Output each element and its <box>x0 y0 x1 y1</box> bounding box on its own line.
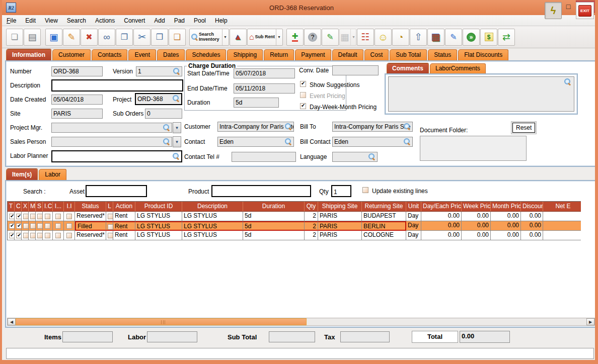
smiley-button[interactable]: ☺ <box>375 29 392 46</box>
menu-view[interactable]: View <box>40 16 62 25</box>
cell-lcheck[interactable] <box>106 231 113 240</box>
save-button[interactable]: ▣ <box>45 29 62 46</box>
cell-unit[interactable]: Day <box>406 212 421 221</box>
menu-add[interactable]: Add <box>150 16 169 25</box>
transfer-document-button[interactable]: ❐ <box>116 29 133 46</box>
cell-day-each-price[interactable]: 0.00 <box>421 212 462 221</box>
cell-status[interactable]: Filled <box>75 221 106 231</box>
cell-product-id[interactable]: LG STYLUS <box>135 221 182 231</box>
menu-pad[interactable]: Pad <box>170 16 189 25</box>
cell-description[interactable]: LG STYLUS <box>182 212 243 221</box>
row-checkbox-i[interactable] <box>53 221 64 231</box>
row-checkbox-x[interactable] <box>22 231 29 240</box>
row-checkbox-i[interactable] <box>53 231 64 240</box>
cell-day-each-price[interactable]: 0.00 <box>421 231 462 240</box>
asset-input[interactable] <box>86 185 147 197</box>
number-field[interactable]: ORD-368 <box>51 66 103 76</box>
tab-sub-total[interactable]: Sub Total <box>390 49 427 60</box>
cell-month-price[interactable]: 0.00 <box>491 221 521 231</box>
tab-payment[interactable]: Payment <box>295 49 331 60</box>
cell-shipping-site[interactable]: PARIS <box>318 221 362 231</box>
menu-file[interactable]: File <box>2 16 21 25</box>
reset-button[interactable]: Reset <box>512 123 535 133</box>
show-suggestions-checkbox[interactable] <box>300 81 306 87</box>
maximize-button[interactable]: □ <box>561 1 576 13</box>
cell-product-id[interactable]: LG STYLUS <box>135 231 182 240</box>
row-checkbox-m[interactable] <box>29 221 36 231</box>
bill-to-field[interactable]: Intra-Company for Paris Site <box>332 122 413 132</box>
cell-returning-site[interactable]: BERLIN <box>362 221 406 231</box>
cell-month-price[interactable]: 0.00 <box>491 212 521 221</box>
org-chart-button[interactable]: ☷ <box>357 29 374 46</box>
table-row[interactable]: FilledRentLG STYLUSLG STYLUS5d2PARISBERL… <box>8 221 581 231</box>
column-header-shipping-site[interactable]: Shipping Site <box>318 202 362 212</box>
tab-customer[interactable]: Customer <box>52 49 91 60</box>
column-header-unit[interactable]: Unit <box>406 202 421 212</box>
tab-schedules[interactable]: Schedules <box>186 49 226 60</box>
cell-net[interactable] <box>543 231 581 240</box>
row-checkbox-m[interactable] <box>29 231 36 240</box>
customer-search-icon[interactable] <box>285 123 291 130</box>
cell-discount[interactable]: 0.00 <box>521 212 543 221</box>
cut-button[interactable]: ✂ <box>133 29 151 46</box>
column-header-qty[interactable]: Qty <box>305 202 318 212</box>
row-checkbox-c[interactable] <box>15 231 22 240</box>
column-header-net-e[interactable]: Net E <box>543 202 581 212</box>
column-header-m[interactable]: M <box>29 202 36 212</box>
dropdown-arrow-icon[interactable]: ▼ <box>350 29 355 45</box>
sub-rent-button[interactable]: ⌂Sub Rent▼ <box>247 29 283 46</box>
cell-status[interactable]: Reserved* <box>75 212 106 221</box>
comments-search-icon[interactable] <box>564 78 571 85</box>
column-header-week-price[interactable]: Week Price <box>462 202 491 212</box>
table-row[interactable]: Reserved*RentLG STYLUSLG STYLUS5d2PARISB… <box>8 212 581 221</box>
row-checkbox-i-i[interactable] <box>64 221 75 231</box>
cell-action[interactable]: Rent <box>113 212 135 221</box>
row-checkbox-x[interactable] <box>22 212 29 221</box>
cell-net[interactable] <box>543 212 581 221</box>
scroll-left-arrow-icon[interactable]: ◀ <box>8 318 16 325</box>
row-checkbox-m[interactable] <box>29 212 36 221</box>
row-checkbox-x[interactable] <box>22 221 29 231</box>
bill-contact-field[interactable]: Eden <box>332 137 413 147</box>
tab-comments[interactable]: Comments <box>387 63 429 73</box>
sales-person-field[interactable] <box>51 137 172 147</box>
conv-date-field[interactable] <box>332 65 379 75</box>
cell-duration[interactable]: 5d <box>243 212 305 221</box>
column-header-status[interactable]: Status <box>75 202 106 212</box>
cell-discount[interactable]: 0.00 <box>521 221 543 231</box>
forward-dollar-button[interactable]: » <box>463 29 480 46</box>
bill-contact-search-icon[interactable] <box>404 138 410 145</box>
horizontal-scrollbar[interactable]: ◀ ▶ <box>7 318 595 326</box>
row-checkbox-t[interactable] <box>8 221 15 231</box>
column-header-day-each-price[interactable]: Day/Each Price <box>421 202 462 212</box>
find-button[interactable]: ∞ <box>98 29 115 46</box>
cell-unit[interactable]: Day <box>406 221 421 231</box>
contact-search-icon[interactable] <box>285 138 291 145</box>
cell-action[interactable]: Rent <box>113 221 135 231</box>
row-checkbox-t[interactable] <box>8 231 15 240</box>
column-header-i-c[interactable]: I.C <box>43 202 53 212</box>
start-date-field[interactable]: 05/07/2018 <box>234 68 295 78</box>
dropdown-arrow-icon[interactable]: ▼ <box>222 29 227 45</box>
color-blocks-button[interactable]: ▦ <box>427 29 444 46</box>
contact-tel-field[interactable] <box>232 152 296 162</box>
document-folder-box[interactable] <box>420 136 527 161</box>
project-mgr-dropdown-button[interactable]: ▼ <box>173 122 181 133</box>
exit-button[interactable]: EXIT <box>576 2 594 19</box>
tab-shipping[interactable]: Shipping <box>227 49 263 60</box>
sales-person-search-icon[interactable] <box>163 138 170 145</box>
column-header-x[interactable]: X <box>22 202 29 212</box>
project-mgr-field[interactable] <box>51 123 172 133</box>
row-checkbox-i-c[interactable] <box>43 231 53 240</box>
tab-information[interactable]: Information <box>6 49 51 60</box>
end-date-field[interactable]: 05/11/2018 <box>234 83 295 94</box>
notepad-button[interactable]: ✎ <box>322 29 339 46</box>
qty-input[interactable] <box>331 185 351 197</box>
contact-field[interactable]: Eden <box>217 137 294 147</box>
column-header-t[interactable]: T <box>8 202 15 212</box>
cell-week-price[interactable]: 0.00 <box>462 231 491 240</box>
description-field[interactable] <box>51 79 183 92</box>
cell-product-id[interactable]: LG STYLUS <box>135 212 182 221</box>
project-search-icon[interactable] <box>173 95 179 102</box>
cell-description[interactable]: LG STYLUS <box>182 221 243 231</box>
